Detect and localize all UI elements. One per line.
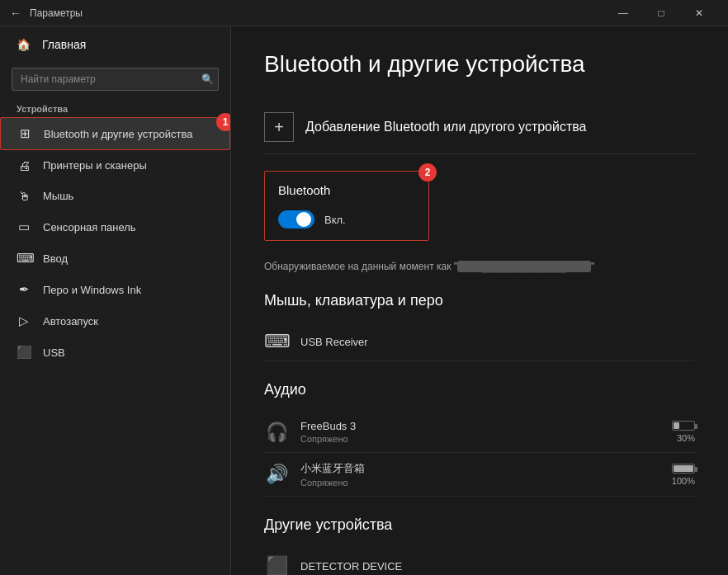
app-body: 🏠 Главная 🔍 Устройства ⊞Bluetooth и друг… [0, 26, 728, 575]
device-name-0-0: USB Receiver [300, 336, 695, 348]
sidebar-item-icon-usb: ⬛ [17, 345, 31, 360]
sidebar-item-wrapper-pen: ✒Перо и Windows Ink [0, 274, 230, 305]
device-icon-0-0: ⌨ [264, 331, 289, 352]
home-label: Главная [42, 38, 86, 51]
device-category-1: Аудио🎧FreeBuds 3Сопряжено30%🔊小米蓝牙音箱Сопря… [264, 381, 695, 497]
bluetooth-section: 2 Bluetooth Вкл. [264, 171, 429, 241]
battery-bar-1-0 [672, 421, 695, 431]
sidebar-item-icon-printers: 🖨 [17, 158, 31, 172]
sidebar-item-label-autorun: Автозапуск [43, 315, 98, 328]
device-icon-2-0: ⬛ [264, 555, 289, 575]
sidebar-item-wrapper-input: ⌨Ввод [0, 243, 230, 274]
device-status-1-1: Сопряжено [300, 478, 660, 488]
redacted-name: ████████████ [457, 261, 591, 272]
device-name-1-1: 小米蓝牙音箱 [300, 461, 660, 476]
sidebar-home-button[interactable]: 🏠 Главная [0, 26, 230, 63]
sidebar-item-wrapper-autorun: ▷Автозапуск [0, 305, 230, 337]
device-battery-1-1: 100% [672, 464, 695, 486]
window-controls: — □ ✕ [604, 0, 718, 26]
minimize-button[interactable]: — [604, 0, 642, 26]
device-info-2-0: DETECTOR DEVICE [300, 560, 695, 573]
sidebar: 🏠 Главная 🔍 Устройства ⊞Bluetooth и друг… [0, 26, 231, 575]
sidebar-items-container: ⊞Bluetooth и другие устройства1🖨Принтеры… [0, 117, 230, 368]
device-item-2-0[interactable]: ⬛DETECTOR DEVICE [264, 547, 695, 575]
sidebar-item-icon-mouse: 🖱 [17, 189, 31, 203]
add-device-button[interactable]: + Добавление Bluetooth или другого устро… [264, 101, 695, 154]
bluetooth-toggle-row: Вкл. [278, 210, 415, 229]
back-button[interactable]: ← [10, 7, 21, 20]
sidebar-item-autorun[interactable]: ▷Автозапуск [0, 305, 230, 337]
sidebar-item-wrapper-touchpad: ▭Сенсорная панель [0, 211, 230, 243]
bluetooth-discoverable: Обнаруживаемое на данный момент как "███… [264, 261, 695, 272]
device-info-1-1: 小米蓝牙音箱Сопряжено [300, 461, 660, 488]
sidebar-item-wrapper-mouse: 🖱Мышь [0, 181, 230, 211]
device-icon-1-0: 🎧 [264, 422, 289, 443]
category-title-0: Мышь, клавиатура и перо [264, 292, 695, 309]
close-button[interactable]: ✕ [680, 0, 718, 26]
sidebar-item-icon-touchpad: ▭ [17, 219, 31, 234]
sidebar-item-usb[interactable]: ⬛USB [0, 337, 230, 368]
search-container: 🔍 [12, 68, 219, 91]
search-input[interactable] [12, 68, 219, 91]
device-status-1-0: Сопряжено [300, 434, 660, 444]
sidebar-item-input[interactable]: ⌨Ввод [0, 243, 230, 274]
battery-pct-1-1: 100% [672, 476, 695, 486]
sidebar-item-label-bluetooth: Bluetooth и другие устройства [44, 128, 192, 140]
device-icon-1-1: 🔊 [264, 464, 289, 485]
search-icon: 🔍 [201, 73, 214, 85]
sidebar-item-label-printers: Принтеры и сканеры [43, 159, 147, 172]
battery-bar-1-1 [672, 464, 695, 474]
sidebar-item-pen[interactable]: ✒Перо и Windows Ink [0, 274, 230, 305]
device-category-2: Другие устройства⬛DETECTOR DEVICE [264, 516, 695, 575]
sidebar-item-wrapper-printers: 🖨Принтеры и сканеры [0, 150, 230, 181]
category-title-1: Аудио [264, 381, 695, 398]
device-name-1-0: FreeBuds 3 [300, 420, 660, 432]
sidebar-item-printers[interactable]: 🖨Принтеры и сканеры [0, 150, 230, 181]
sidebar-item-bluetooth[interactable]: ⊞Bluetooth и другие устройства1 [0, 117, 230, 150]
sidebar-item-icon-input: ⌨ [17, 251, 31, 266]
device-battery-1-0: 30% [672, 421, 695, 443]
page-title: Bluetooth и другие устройства [264, 51, 695, 78]
battery-pct-1-0: 30% [677, 433, 695, 443]
sidebar-item-label-pen: Перо и Windows Ink [43, 284, 141, 296]
device-name-2-0: DETECTOR DEVICE [300, 560, 695, 573]
sidebar-item-wrapper-bluetooth: ⊞Bluetooth и другие устройства1 [0, 117, 230, 150]
add-icon: + [264, 112, 294, 142]
device-info-0-0: USB Receiver [300, 336, 695, 348]
sidebar-item-mouse[interactable]: 🖱Мышь [0, 181, 230, 211]
badge-2: 2 [418, 163, 437, 181]
sidebar-item-icon-bluetooth: ⊞ [17, 126, 32, 141]
add-device-label: Добавление Bluetooth или другого устройс… [305, 120, 587, 134]
sidebar-item-icon-pen: ✒ [17, 282, 31, 297]
battery-fill-1-0 [674, 422, 679, 429]
sidebar-item-label-usb: USB [43, 346, 65, 359]
category-title-2: Другие устройства [264, 516, 695, 534]
device-item-0-0[interactable]: ⌨USB Receiver [264, 323, 695, 361]
device-item-1-0[interactable]: 🎧FreeBuds 3Сопряжено30% [264, 412, 695, 453]
main-content: Bluetooth и другие устройства + Добавлен… [231, 26, 728, 575]
sidebar-item-label-input: Ввод [43, 252, 68, 265]
home-icon: 🏠 [17, 38, 31, 51]
battery-fill-1-1 [674, 465, 693, 472]
device-item-1-1[interactable]: 🔊小米蓝牙音箱Сопряжено100% [264, 453, 695, 497]
titlebar-title: Параметры [30, 7, 604, 19]
badge-1: 1 [216, 113, 231, 131]
maximize-button[interactable]: □ [642, 0, 680, 26]
sidebar-section-label: Устройства [0, 99, 230, 117]
sidebar-item-label-mouse: Мышь [43, 190, 73, 202]
sidebar-item-label-touchpad: Сенсорная панель [43, 221, 136, 233]
bluetooth-toggle[interactable] [278, 210, 314, 229]
sidebar-item-touchpad[interactable]: ▭Сенсорная панель [0, 211, 230, 243]
bluetooth-toggle-label: Вкл. [324, 214, 346, 226]
device-category-0: Мышь, клавиатура и перо⌨USB Receiver [264, 292, 695, 361]
sidebar-item-wrapper-usb: ⬛USB [0, 337, 230, 368]
device-info-1-0: FreeBuds 3Сопряжено [300, 420, 660, 444]
bluetooth-heading: Bluetooth [278, 183, 415, 197]
sidebar-item-icon-autorun: ▷ [17, 313, 31, 328]
titlebar: ← Параметры — □ ✕ [0, 0, 728, 26]
device-categories: Мышь, клавиатура и перо⌨USB ReceiverАуди… [264, 292, 695, 575]
